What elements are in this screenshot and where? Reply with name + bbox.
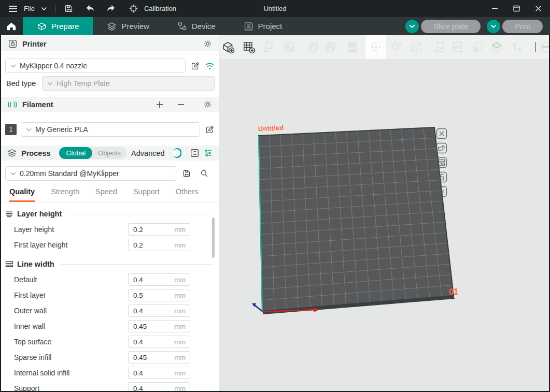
print-split-button: Print [487,20,543,33]
param-value-input[interactable] [129,354,166,361]
seam-paint-icon[interactable] [539,40,550,54]
home-icon [6,21,17,31]
param-value-input[interactable] [129,226,166,234]
param-row: Inner wallmm [1,318,219,334]
chevron-down-icon [10,64,16,68]
process-tab-support[interactable]: Support [133,187,160,202]
calibration-icon[interactable] [127,3,140,15]
params-wizard-icon[interactable] [204,148,213,158]
add-object-icon[interactable] [221,40,235,54]
add-plate-icon[interactable] [242,40,256,54]
move-tool-icon[interactable] [369,40,383,54]
save-icon[interactable] [62,3,75,15]
param-unit: mm [174,323,190,330]
viewport-toolbar: 0 P Ta [219,35,550,59]
copy-icon[interactable]: 0 [307,40,320,54]
minimize-button[interactable] [489,3,500,14]
process-scope-toggle: Global Objects [59,147,126,159]
scope-objects-option[interactable]: Objects [92,149,126,157]
param-label: First layer height [14,241,67,249]
plate-name-label[interactable]: Untitled [258,124,284,133]
filament-settings-gear-icon[interactable] [202,99,213,110]
slice-options-chevron-icon[interactable] [405,20,419,33]
edit-filament-icon[interactable] [204,124,215,135]
svg-text:T: T [512,41,517,52]
param-value-input[interactable] [129,241,166,249]
close-button[interactable] [532,3,544,14]
sidebar-scrollbar[interactable] [212,217,215,258]
param-unit: mm [174,354,190,361]
orient-plate-icon[interactable] [436,142,447,154]
tab-prepare[interactable]: Prepare [23,17,93,35]
home-button[interactable] [0,17,23,35]
param-value-input[interactable] [129,292,166,299]
process-preset-select[interactable]: 0.20mm Standard @MyKlipper [5,166,176,181]
lock-plate-icon[interactable] [436,171,447,183]
param-value-input[interactable] [129,276,166,284]
undo-icon[interactable] [83,3,96,15]
process-section-header: Process Global Objects Advanced [1,146,219,161]
filament-icon [7,99,18,110]
build-plate[interactable] [219,59,550,392]
process-tab-strength[interactable]: Strength [51,187,79,202]
param-value-input[interactable] [129,307,166,315]
param-label: Inner wall [14,322,45,330]
process-tabs: QualityStrengthSpeedSupportOthers [1,181,219,202]
lay-on-face-icon[interactable] [432,40,446,54]
param-row: Outer wallmm [1,303,219,318]
remove-filament-icon[interactable] [176,99,186,110]
hamburger-menu-icon[interactable] [6,3,20,15]
param-input: mm [128,367,190,379]
process-tab-others[interactable]: Others [176,187,199,202]
param-input: mm [128,336,190,348]
param-value-input[interactable] [129,323,166,330]
tab-device-label: Device [192,22,216,31]
param-row: Top surfacemm [1,334,219,350]
fill-color-icon[interactable] [471,40,485,54]
param-label: Outer wall [14,307,47,315]
text-tool-icon[interactable]: Ta [510,40,524,54]
save-preset-icon[interactable] [181,168,192,179]
rotate-tool-icon[interactable] [389,40,402,54]
plate-tools [436,128,447,197]
calibration-menu[interactable]: Calibration [144,5,176,12]
tab-preview[interactable]: Preview [93,17,163,35]
filament-preset-select[interactable]: My Generic PLA [21,122,200,137]
search-settings-icon[interactable] [199,168,209,179]
param-value-input[interactable] [129,369,166,377]
printer-preset-select[interactable]: MyKlipper 0.4 nozzle [5,59,186,73]
maximize-button[interactable] [511,3,522,14]
scale-tool-icon[interactable] [410,40,423,54]
param-value-input[interactable] [129,338,166,346]
list-view-icon[interactable] [190,148,199,158]
tab-project[interactable]: Project [230,17,297,35]
layers-stack-icon[interactable] [346,40,359,54]
tab-device[interactable]: Device [163,17,230,35]
cut-tool-icon[interactable] [450,40,464,54]
split-window-icon[interactable] [282,40,295,54]
plate-settings-gear-icon[interactable] [436,186,447,197]
boolean-mesh-icon[interactable] [490,40,503,54]
print-options-chevron-icon[interactable] [487,20,500,33]
bed-type-select[interactable]: High Temp Plate [42,76,215,91]
process-tab-speed[interactable]: Speed [95,187,117,202]
advanced-label: Advanced [131,149,165,157]
advanced-toggle[interactable] [173,148,181,158]
file-menu-chevron-icon[interactable] [39,3,49,15]
arrange-plate-icon[interactable] [436,157,447,168]
viewport-3d[interactable]: 0 P Ta [219,35,550,392]
file-menu[interactable]: File [24,5,35,12]
printer-settings-gear-icon[interactable] [202,39,213,49]
printer-connection-wifi-icon[interactable] [204,61,215,71]
add-filament-icon[interactable] [154,99,165,110]
auto-arrange-icon[interactable] [261,40,275,54]
process-tab-quality[interactable]: Quality [9,187,35,202]
slice-plate-button[interactable]: Slice plate [421,20,481,33]
edit-printer-icon[interactable] [190,61,200,71]
redo-icon[interactable] [105,3,118,15]
param-groups: Layer heightLayer heightmmFirst layer he… [1,208,219,392]
print-button[interactable]: Print [502,20,543,33]
scope-global-option[interactable]: Global [59,147,92,159]
delete-plate-icon[interactable] [436,128,447,139]
paste-icon[interactable]: P [324,40,337,54]
